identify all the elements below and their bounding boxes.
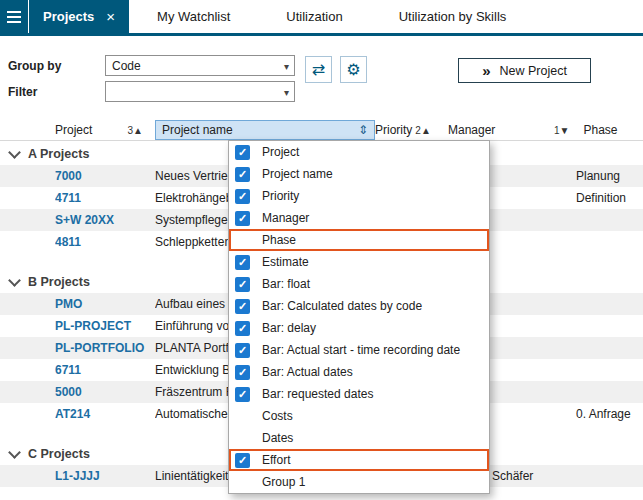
column-header-manager[interactable]: Manager (430, 120, 548, 140)
filter-label: Filter (8, 85, 37, 99)
check-icon: ✓ (238, 388, 247, 401)
column-menu-item[interactable]: ✓ Estimate (229, 251, 489, 273)
tab-label: Utilization (286, 9, 342, 24)
column-menu-item[interactable]: ✓ Manager (229, 207, 489, 229)
column-menu-item[interactable]: ✓ Bar: requested dates (229, 383, 489, 405)
menu-item-label: Priority (262, 189, 299, 203)
column-menu-item[interactable]: ✓ Project name (229, 163, 489, 185)
column-menu-item[interactable]: ✓ Bar: delay (229, 317, 489, 339)
check-icon: ✓ (238, 278, 247, 291)
phase-cell: Definition (548, 187, 643, 209)
sort-indicator-phase: 1▼ (554, 125, 569, 136)
menu-item-label: Costs (262, 409, 293, 423)
column-header-project[interactable]: Project 3▲ (55, 120, 155, 140)
column-chooser-menu: ✓ Project ✓ Project name ✓ Priority ✓ Ma… (228, 140, 490, 494)
column-menu-item[interactable]: ✓ Phase (229, 229, 489, 251)
checkbox-icon: ✓ (235, 189, 250, 204)
project-code-link[interactable]: PL-PROJECT (55, 319, 131, 333)
project-code-cell: PMO (55, 293, 155, 315)
menu-item-label: Bar: Actual dates (262, 365, 353, 379)
phase-cell (548, 293, 643, 315)
project-code-link[interactable]: PMO (55, 297, 82, 311)
column-menu-item[interactable]: ✓ Effort (229, 449, 489, 471)
chevron-down-icon[interactable] (8, 274, 21, 287)
column-menu-item[interactable]: ✓ Bar: float (229, 273, 489, 295)
tab-label: My Watchlist (157, 9, 230, 24)
project-code-link[interactable]: AT214 (55, 407, 90, 421)
column-menu-item[interactable]: ✓ Priority (229, 185, 489, 207)
column-menu-item[interactable]: ✓ Dates (229, 427, 489, 449)
check-icon: ✓ (238, 212, 247, 225)
project-code-link[interactable]: 7000 (55, 169, 82, 183)
header-spacer (0, 120, 55, 140)
column-menu-item[interactable]: ✓ Bar: Actual dates (229, 361, 489, 383)
table-header: Project 3▲ Project name ⇕ Priority 2▲ Ma… (0, 120, 643, 141)
project-code-cell: 4711 (55, 187, 155, 209)
phase-cell (548, 209, 643, 231)
group-by-value: Code (112, 59, 141, 73)
chevron-down-icon[interactable] (8, 446, 21, 459)
project-code-cell: AT214 (55, 403, 155, 425)
close-icon[interactable]: × (106, 9, 115, 24)
project-code-link[interactable]: S+W 20XX (55, 213, 114, 227)
tab[interactable]: My Watchlist × (129, 0, 258, 33)
project-code-link[interactable]: 4711 (55, 191, 81, 205)
project-code-cell: 7000 (55, 165, 155, 187)
column-header-project-name[interactable]: Project name ⇕ (155, 120, 375, 140)
project-code-cell: S+W 20XX (55, 209, 155, 231)
tab-bar: Projects × My Watchlist × Utilization × … (0, 0, 643, 36)
menu-item-label: Group 1 (262, 475, 305, 489)
tab[interactable]: Projects × (29, 0, 129, 33)
project-code-cell: 5000 (55, 381, 155, 403)
column-menu-item[interactable]: ✓ Bar: Calculated dates by code (229, 295, 489, 317)
menu-item-label: Bar: float (262, 277, 310, 291)
column-label-manager: Manager (448, 123, 495, 137)
menu-item-label: Bar: Calculated dates by code (262, 299, 422, 313)
checkbox-icon: ✓ (235, 299, 250, 314)
phase-cell (548, 465, 643, 487)
checkbox-icon: ✓ (235, 453, 250, 468)
column-menu-item[interactable]: ✓ Bar: Actual start - time recording dat… (229, 339, 489, 361)
chevron-down-icon: ▾ (284, 86, 289, 97)
column-menu-item[interactable]: ✓ Group 1 (229, 471, 489, 493)
project-code-link[interactable]: 5000 (55, 385, 82, 399)
column-menu-item[interactable]: ✓ Project (229, 141, 489, 163)
column-label-project: Project (55, 123, 92, 137)
sort-updown-icon[interactable]: ⇕ (358, 123, 368, 137)
filter-select[interactable]: ▾ (105, 81, 295, 102)
app-window: Projects × My Watchlist × Utilization × … (0, 0, 643, 500)
phase-cell: 0. Anfrage (548, 403, 643, 425)
phase-cell: Planung (548, 165, 643, 187)
tab-strip: Projects × My Watchlist × Utilization × … (28, 0, 534, 33)
group-by-select[interactable]: Code ▾ (105, 55, 295, 76)
menu-item-label: Dates (262, 431, 293, 445)
phase-cell (548, 315, 643, 337)
project-code-link[interactable]: 4811 (55, 235, 81, 249)
menu-item-label: Project name (262, 167, 333, 181)
new-project-label: New Project (499, 64, 566, 78)
chevron-down-icon[interactable] (8, 146, 21, 159)
refresh-layout-button[interactable]: ⇄ (305, 56, 332, 83)
menu-item-label: Estimate (262, 255, 309, 269)
checkbox-icon: ✓ (235, 145, 250, 160)
check-icon: ✓ (238, 146, 247, 159)
column-header-priority[interactable]: Priority 2▲ (375, 120, 430, 140)
hamburger-icon (7, 11, 21, 23)
settings-button[interactable]: ⚙ (340, 56, 367, 83)
tab[interactable]: Utilization × (258, 0, 370, 33)
project-code-link[interactable]: 6711 (55, 363, 81, 377)
project-code-link[interactable]: L1-JJJJ (55, 469, 100, 483)
check-icon: ✓ (238, 454, 247, 467)
menu-item-label: Bar: Actual start - time recording date (262, 343, 460, 357)
hamburger-menu-button[interactable] (0, 0, 28, 33)
new-project-button[interactable]: » New Project (458, 58, 591, 83)
refresh-icon: ⇄ (312, 60, 325, 79)
project-code-link[interactable]: PL-PORTFOLIO (55, 341, 144, 355)
column-header-phase[interactable]: 1▼ Phase (548, 120, 643, 140)
group-label: B Projects (28, 271, 90, 293)
checkbox-icon: ✓ (235, 211, 250, 226)
column-menu-item[interactable]: ✓ Costs (229, 405, 489, 427)
tab[interactable]: Utilization by Skills × (371, 0, 535, 33)
phase-cell (548, 359, 643, 381)
project-code-cell: PL-PROJECT (55, 315, 155, 337)
